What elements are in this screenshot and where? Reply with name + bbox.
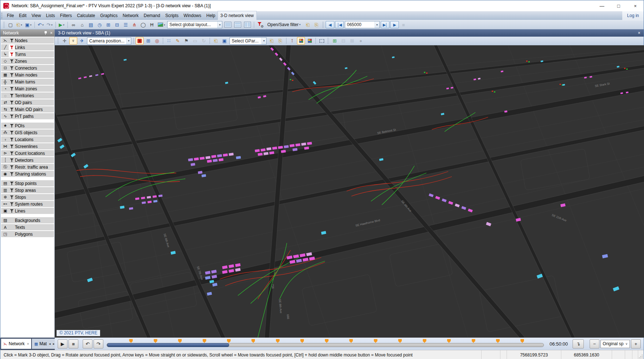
tab-network[interactable]: ⋋Network× <box>1 339 31 349</box>
global-layout-combo[interactable]: Select global layout...▾ <box>167 21 222 28</box>
time-event-marker[interactable] <box>203 339 206 343</box>
lists-button[interactable]: ▤ <box>87 21 95 29</box>
resize-grip[interactable] <box>638 350 644 359</box>
minimize-button[interactable]: — <box>594 0 610 11</box>
timeline-play-button[interactable]: ▶ <box>58 339 67 348</box>
timeline-step-forward-button[interactable]: ↷ <box>94 339 103 348</box>
save-gpar2-button[interactable]: ⎘ <box>276 37 284 45</box>
network-objects-button[interactable]: ⊞ <box>104 21 112 29</box>
tab-mat[interactable]: ▦Mat◂ ▸ <box>32 339 57 349</box>
jump-to-event-button[interactable]: ↴ <box>573 339 584 348</box>
first-network-object-button[interactable]: │◀ <box>335 21 344 28</box>
zones-filter-funnel[interactable] <box>9 58 15 64</box>
menu-item-edit[interactable]: Edit <box>16 11 29 20</box>
run-procedures-button[interactable]: ▶▾ <box>58 21 66 29</box>
time-slider[interactable] <box>107 343 544 347</box>
timeline-step-back-button[interactable]: ↶ <box>83 339 92 348</box>
video-frames-button[interactable]: ⊞ <box>144 37 152 45</box>
background-map-button[interactable]: ▾ <box>157 21 166 29</box>
turns-filter-funnel[interactable] <box>9 51 15 57</box>
nodes-filter-funnel[interactable] <box>9 38 15 43</box>
dock-item-zones[interactable]: ◇Zones <box>1 58 54 64</box>
tab-close-icon[interactable]: × <box>27 342 29 346</box>
new-version-button[interactable]: ▢ <box>7 21 15 29</box>
time-event-marker[interactable] <box>398 339 402 343</box>
save-version-button[interactable]: ▣▾ <box>24 21 33 29</box>
time-event-marker[interactable] <box>300 339 304 343</box>
home-view-button[interactable]: ⌂ <box>78 21 86 29</box>
chevron-down-icon[interactable]: ▾ <box>217 21 222 28</box>
speed-increase-button[interactable]: + <box>631 339 641 348</box>
dock-close-icon[interactable]: × <box>50 30 53 36</box>
edit-object-button[interactable]: ⊟ <box>339 37 347 45</box>
lines-filter-funnel[interactable] <box>9 208 15 214</box>
count-locations-filter-funnel[interactable] <box>9 150 15 156</box>
time-event-marker[interactable] <box>496 339 500 343</box>
network-editor-button[interactable]: ∞ <box>70 21 78 29</box>
vehicle-display-button[interactable] <box>297 37 305 45</box>
dock-item-nodes[interactable]: ⋋Nodes <box>1 37 54 44</box>
time-event-marker[interactable] <box>325 339 329 343</box>
time-event-marker[interactable] <box>251 339 255 343</box>
eraser-button[interactable]: ▭ <box>191 37 199 45</box>
save-filter-button[interactable]: ⎘ <box>313 21 321 29</box>
main-zones-filter-funnel[interactable] <box>9 86 15 91</box>
pan-tool-button[interactable]: ✛ <box>61 37 69 45</box>
pin-icon[interactable] <box>44 31 48 35</box>
main-od-pairs-filter-funnel[interactable] <box>9 107 15 112</box>
stop-button[interactable]: ■ <box>400 21 408 29</box>
filter-settings-button[interactable]: ⚙ <box>256 21 264 29</box>
dock-item-connectors[interactable]: ⊡Connectors <box>1 65 54 71</box>
selection-rectangle-button[interactable] <box>318 37 326 45</box>
time-event-marker[interactable] <box>423 339 426 343</box>
dock-item-locations[interactable]: ♀Locations <box>1 136 54 143</box>
network-object-number-combo[interactable]: 065000▾ <box>345 21 380 28</box>
dock-item-screenlines[interactable]: ⋈Screenlines <box>1 143 54 149</box>
dock-item-restr-traffic-area[interactable]: ⓈRestr. traffic area <box>1 164 54 170</box>
menu-item-network[interactable]: Network <box>120 11 141 20</box>
time-event-marker[interactable] <box>129 339 133 343</box>
quick-view-button[interactable]: ◷ <box>96 21 104 29</box>
maximize-button[interactable]: □ <box>610 0 627 11</box>
walk-mode-button[interactable]: ♆ <box>69 37 77 45</box>
dock-item-main-od-pairs[interactable]: ⇆Main OD pairs <box>1 106 54 112</box>
dock-item-prt-paths[interactable]: ∿PrT paths <box>1 113 54 119</box>
dock-item-stops[interactable]: ⊕Stops <box>1 194 54 200</box>
open-save-filter-dropdown[interactable]: Open/Save filter▾ <box>265 21 303 29</box>
speed-select[interactable]: Original sp ∨ <box>600 340 630 348</box>
open-gpar2-button[interactable]: ⎗ <box>268 37 276 45</box>
main-nodes-filter-funnel[interactable] <box>9 72 15 78</box>
main-turns-filter-funnel[interactable] <box>9 79 15 84</box>
dock-item-system-routes[interactable]: ⊷System routes <box>1 201 54 207</box>
dock-item-texts[interactable]: ATexts <box>1 224 54 230</box>
view-close-icon[interactable]: × <box>638 30 640 36</box>
marker-button[interactable]: ⚑ <box>182 37 190 45</box>
dropdown-caret-icon[interactable]: ▾ <box>51 24 53 26</box>
redo-button[interactable]: ↷▾ <box>45 21 53 29</box>
od-pairs-filter-funnel[interactable] <box>9 100 15 105</box>
time-event-marker[interactable] <box>227 339 231 343</box>
vehicle-display-alt-button[interactable] <box>306 37 314 45</box>
procedure-sequence-button[interactable]: ☰ <box>122 21 130 29</box>
layout-horizontal-split-button[interactable] <box>233 21 242 29</box>
open-filter-button[interactable]: ⎗ <box>304 21 312 29</box>
last-network-object-button[interactable]: ▶│ <box>381 21 389 28</box>
indicator-button[interactable]: ● <box>357 37 365 45</box>
menu-item-filters[interactable]: Filters <box>58 11 75 20</box>
time-event-marker[interactable] <box>276 339 280 343</box>
open-gpar-button[interactable]: ⎗ <box>212 37 220 45</box>
dock-item-turns[interactable]: ↳Turns <box>1 51 54 57</box>
sharing-stations-filter-funnel[interactable] <box>9 171 15 177</box>
speed-decrease-button[interactable]: − <box>590 339 599 348</box>
dropdown-caret-icon[interactable]: ▾ <box>21 24 22 26</box>
dropdown-caret-icon[interactable]: ▾ <box>164 24 165 26</box>
stop-areas-filter-funnel[interactable] <box>9 187 15 193</box>
camera-position-combo[interactable]: Camera position...▾ <box>87 37 131 45</box>
undo-button[interactable]: ↶▾ <box>37 21 45 29</box>
locations-filter-funnel[interactable] <box>9 137 15 142</box>
3d-network-viewport[interactable]: SE 6th AveSE 7th AveSE 8th AveSE 9th Ave… <box>55 45 644 338</box>
dock-item-pois[interactable]: ★POIs <box>1 123 54 129</box>
menu-item-calculate[interactable]: Calculate <box>74 11 98 20</box>
dock-item-territories[interactable]: ◌Territories <box>1 92 54 99</box>
remove-object-button[interactable]: ⊠ <box>348 37 356 45</box>
